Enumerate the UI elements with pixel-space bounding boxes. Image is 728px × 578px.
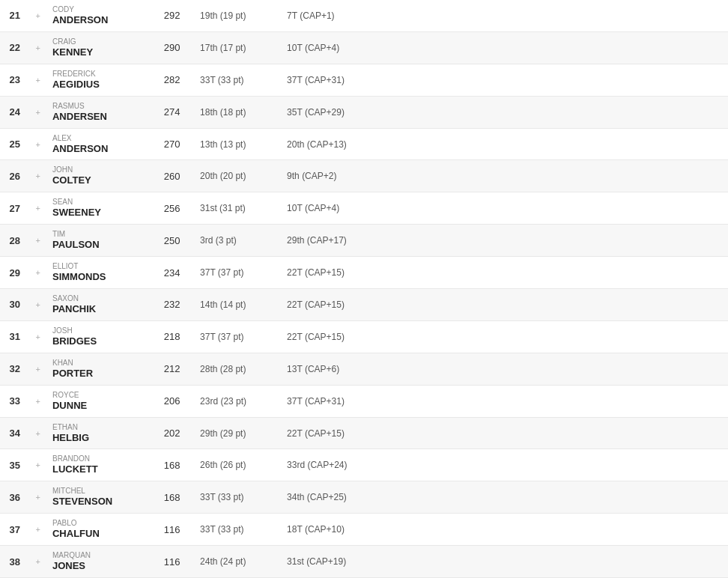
- athlete-last-name: ANDERSEN: [52, 111, 144, 124]
- expand-icon[interactable]: +: [30, 192, 46, 225]
- expand-icon[interactable]: +: [30, 0, 46, 31]
- points-cell: 218: [150, 320, 194, 353]
- points-cell: 270: [150, 128, 194, 160]
- stat1-cell: 37T (37 pt): [194, 320, 281, 353]
- stat2-cell: 31st (CAP+19): [281, 546, 368, 578]
- points-cell: 256: [150, 192, 194, 225]
- stat1-cell: 14th (14 pt): [194, 289, 281, 321]
- expand-icon[interactable]: +: [30, 417, 46, 449]
- expand-icon[interactable]: +: [30, 257, 46, 289]
- empty-cell: [440, 64, 512, 96]
- expand-icon[interactable]: +: [30, 385, 46, 417]
- table-row: 26+JOHNCOLTEY26020th (20 pt)9th (CAP+2): [0, 160, 728, 192]
- athlete-name-cell: ALEXANDERSON: [46, 128, 150, 160]
- empty-cell: [440, 481, 512, 514]
- empty-cell: [369, 353, 441, 385]
- empty-cell: [656, 514, 728, 546]
- athlete-name-cell: MARQUANJONES: [46, 546, 150, 578]
- empty-cell: [656, 128, 728, 160]
- stat2-cell: 18T (CAP+10): [281, 514, 368, 546]
- athlete-first-name: FREDERICK: [52, 69, 144, 79]
- stat1-cell: 19th (19 pt): [194, 0, 281, 31]
- expand-icon[interactable]: +: [30, 353, 46, 385]
- empty-cell: [512, 31, 584, 64]
- empty-cell: [440, 289, 512, 321]
- expand-icon[interactable]: +: [30, 449, 46, 481]
- table-row: 27+SEANSWEENEY25631st (31 pt)10T (CAP+4): [0, 192, 728, 225]
- expand-icon[interactable]: +: [30, 160, 46, 192]
- points-cell: 202: [150, 417, 194, 449]
- expand-icon[interactable]: +: [30, 289, 46, 321]
- expand-icon[interactable]: +: [30, 481, 46, 514]
- athlete-name-cell: ROYCEDUNNE: [46, 385, 150, 417]
- stat1-cell: 13th (13 pt): [194, 128, 281, 160]
- empty-cell: [369, 546, 441, 578]
- athlete-name-cell: KHANPORTER: [46, 353, 150, 385]
- empty-cell: [584, 225, 656, 257]
- stat2-cell: 35T (CAP+29): [281, 96, 368, 128]
- empty-cell: [656, 546, 728, 578]
- athlete-last-name: SWEENEY: [52, 207, 144, 219]
- empty-cell: [512, 353, 584, 385]
- table-row: 29+ELLIOTSIMMONDS23437T (37 pt)22T (CAP+…: [0, 257, 728, 289]
- stat2-cell: 34th (CAP+25): [281, 481, 368, 514]
- expand-icon[interactable]: +: [30, 64, 46, 96]
- empty-cell: [512, 320, 584, 353]
- stat2-cell: 22T (CAP+15): [281, 289, 368, 321]
- stat1-cell: 26th (26 pt): [194, 449, 281, 481]
- athlete-first-name: SEAN: [52, 197, 144, 207]
- rank-cell: 26: [0, 160, 30, 192]
- empty-cell: [369, 320, 441, 353]
- empty-cell: [369, 257, 441, 289]
- stat1-cell: 28th (28 pt): [194, 353, 281, 385]
- empty-cell: [369, 31, 441, 64]
- empty-cell: [584, 31, 656, 64]
- expand-icon[interactable]: +: [30, 225, 46, 257]
- stat1-cell: 33T (33 pt): [194, 64, 281, 96]
- stat2-cell: 22T (CAP+15): [281, 417, 368, 449]
- athlete-last-name: JONES: [52, 560, 144, 573]
- empty-cell: [584, 128, 656, 160]
- expand-icon[interactable]: +: [30, 320, 46, 353]
- empty-cell: [512, 257, 584, 289]
- empty-cell: [656, 320, 728, 353]
- rank-cell: 35: [0, 449, 30, 481]
- athlete-name-cell: SEANSWEENEY: [46, 192, 150, 225]
- empty-cell: [440, 385, 512, 417]
- empty-cell: [584, 449, 656, 481]
- athlete-last-name: CHALFUN: [52, 528, 144, 541]
- empty-cell: [584, 320, 656, 353]
- athlete-first-name: ALEX: [52, 133, 144, 143]
- stat2-cell: 10T (CAP+4): [281, 31, 368, 64]
- expand-icon[interactable]: +: [30, 96, 46, 128]
- points-cell: 232: [150, 289, 194, 321]
- table-row: 21+CODYANDERSON29219th (19 pt)7T (CAP+1): [0, 0, 728, 31]
- rank-cell: 28: [0, 225, 30, 257]
- empty-cell: [440, 320, 512, 353]
- athlete-last-name: LUCKETT: [52, 463, 144, 476]
- empty-cell: [440, 160, 512, 192]
- athlete-name-cell: JOHNCOLTEY: [46, 160, 150, 192]
- empty-cell: [440, 192, 512, 225]
- expand-icon[interactable]: +: [30, 546, 46, 578]
- empty-cell: [656, 417, 728, 449]
- expand-icon[interactable]: +: [30, 128, 46, 160]
- standings-table: 21+CODYANDERSON29219th (19 pt)7T (CAP+1)…: [0, 0, 728, 578]
- table-row: 36+MITCHELSTEVENSON16833T (33 pt)34th (C…: [0, 481, 728, 514]
- athlete-name-cell: JOSHBRIDGES: [46, 320, 150, 353]
- empty-cell: [440, 96, 512, 128]
- expand-icon[interactable]: +: [30, 514, 46, 546]
- empty-cell: [512, 546, 584, 578]
- empty-cell: [656, 31, 728, 64]
- athlete-first-name: SAXON: [52, 293, 144, 303]
- table-row: 32+KHANPORTER21228th (28 pt)13T (CAP+6): [0, 353, 728, 385]
- points-cell: 274: [150, 96, 194, 128]
- expand-icon[interactable]: +: [30, 31, 46, 64]
- empty-cell: [656, 289, 728, 321]
- points-cell: 234: [150, 257, 194, 289]
- empty-cell: [656, 96, 728, 128]
- empty-cell: [440, 417, 512, 449]
- stat2-cell: 37T (CAP+31): [281, 64, 368, 96]
- empty-cell: [369, 481, 441, 514]
- empty-cell: [656, 385, 728, 417]
